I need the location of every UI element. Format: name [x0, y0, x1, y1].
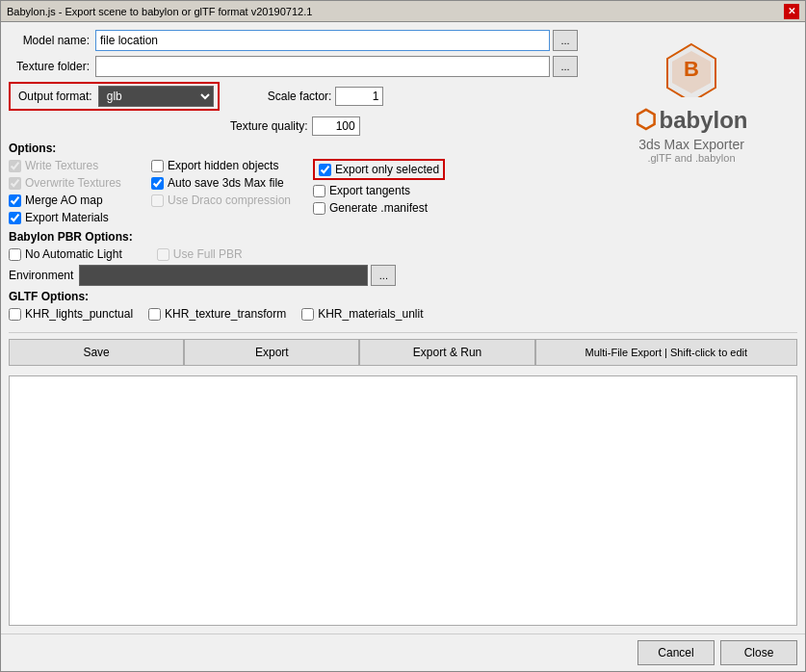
pbr-row: No Automatic Light Use Full PBR	[9, 247, 578, 261]
texture-input-wrap: ...	[95, 56, 578, 77]
output-format-label: Output format:	[14, 90, 98, 103]
export-tangents-item: Export tangents	[313, 184, 445, 197]
svg-text:B: B	[684, 57, 699, 81]
model-name-label: Model name:	[9, 34, 95, 47]
output-box	[9, 375, 797, 626]
options-col2: Export hidden objects Auto save 3ds Max …	[151, 159, 305, 224]
options-col1: Write Textures Overwrite Textures Merge …	[9, 159, 143, 224]
action-buttons: Save Export Export & Run Multi-File Expo…	[9, 332, 797, 366]
export-tangents-checkbox[interactable]	[313, 185, 325, 197]
close-button[interactable]: Close	[720, 640, 797, 665]
export-hidden-item: Export hidden objects	[151, 159, 305, 172]
no-auto-light-label: No Automatic Light	[25, 247, 122, 261]
left-panel: Model name: ... Texture folder: ...	[9, 30, 578, 326]
export-tangents-label: Export tangents	[329, 184, 410, 197]
save-button[interactable]: Save	[9, 339, 184, 366]
use-full-pbr-item: Use Full PBR	[157, 247, 243, 261]
khr-texture-label: KHR_texture_transform	[165, 307, 286, 321]
use-draco-label: Use Draco compression	[168, 194, 291, 207]
khr-materials-item: KHR_materials_unlit	[301, 307, 423, 321]
use-full-pbr-checkbox[interactable]	[157, 248, 169, 261]
khr-materials-label: KHR_materials_unlit	[318, 307, 423, 321]
khr-texture-checkbox[interactable]	[148, 308, 161, 321]
multi-file-button[interactable]: Multi-File Export | Shift-click to edit	[535, 339, 797, 366]
generate-manifest-label: Generate .manifest	[329, 201, 428, 215]
write-textures-item: Write Textures	[9, 159, 143, 172]
options-grid: Write Textures Overwrite Textures Merge …	[9, 159, 578, 224]
export-hidden-label: Export hidden objects	[168, 159, 278, 172]
texture-folder-input[interactable]	[95, 56, 550, 77]
generate-manifest-item: Generate .manifest	[313, 201, 445, 215]
cancel-button[interactable]: Cancel	[637, 640, 715, 665]
export-materials-label: Export Materials	[25, 211, 109, 224]
close-window-button[interactable]: ✕	[784, 4, 799, 19]
title-bar: Babylon.js - Export scene to babylon or …	[1, 1, 805, 22]
logo-container: B ⬡ babylon 3ds Max Exporter .glTF and .…	[635, 39, 747, 164]
auto-save-label: Auto save 3ds Max file	[168, 176, 284, 190]
overwrite-textures-checkbox[interactable]	[9, 177, 21, 190]
model-name-row: Model name: ...	[9, 30, 578, 51]
output-format-box: Output format: glb babylon gltf	[9, 82, 220, 111]
export-materials-checkbox[interactable]	[9, 212, 21, 224]
no-auto-light-checkbox[interactable]	[9, 248, 21, 261]
khr-materials-checkbox[interactable]	[301, 308, 314, 321]
output-format-select[interactable]: glb babylon gltf	[98, 86, 214, 107]
texture-folder-row: Texture folder: ...	[9, 56, 578, 77]
no-auto-light-item: No Automatic Light	[9, 247, 122, 261]
generate-manifest-checkbox[interactable]	[313, 202, 325, 215]
overwrite-textures-item: Overwrite Textures	[9, 176, 143, 190]
right-panel: B ⬡ babylon 3ds Max Exporter .glTF and .…	[585, 30, 797, 326]
environment-input[interactable]	[79, 265, 368, 286]
model-input-wrap: ...	[95, 30, 578, 51]
write-textures-label: Write Textures	[25, 159, 98, 172]
logo-icon-letter: ⬡	[635, 105, 657, 135]
babylon-pbr-label: Babylon PBR Options:	[9, 230, 578, 244]
khr-texture-item: KHR_texture_transform	[148, 307, 286, 321]
khr-lights-checkbox[interactable]	[9, 308, 21, 321]
texture-folder-label: Texture folder:	[9, 60, 95, 73]
logo-title: babylon	[659, 107, 747, 134]
auto-save-checkbox[interactable]	[151, 177, 164, 190]
export-only-checkbox[interactable]	[319, 164, 331, 176]
main-window: Babylon.js - Export scene to babylon or …	[0, 0, 806, 672]
use-draco-checkbox[interactable]	[151, 194, 164, 207]
export-only-box: Export only selected	[313, 159, 445, 180]
scale-factor-input[interactable]	[335, 87, 383, 106]
model-browse-button[interactable]: ...	[553, 30, 578, 51]
merge-ao-item: Merge AO map	[9, 194, 143, 207]
export-button[interactable]: Export	[184, 339, 359, 366]
gltf-row: KHR_lights_punctual KHR_texture_transfor…	[9, 307, 578, 321]
texture-quality-input[interactable]	[312, 116, 360, 136]
format-row: Output format: glb babylon gltf Scale fa…	[9, 82, 578, 111]
merge-ao-label: Merge AO map	[25, 194, 103, 207]
texture-browse-button[interactable]: ...	[553, 56, 578, 77]
scale-factor-item: Scale factor:	[268, 87, 384, 106]
logo-format: .glTF and .babylon	[647, 152, 735, 164]
use-full-pbr-label: Use Full PBR	[173, 247, 243, 261]
environment-label: Environment	[9, 269, 79, 282]
logo-title-row: ⬡ babylon	[635, 105, 747, 135]
bottom-bar: Cancel Close	[1, 633, 805, 671]
window-title: Babylon.js - Export scene to babylon or …	[7, 6, 312, 17]
export-only-label: Export only selected	[335, 163, 439, 176]
auto-save-item: Auto save 3ds Max file	[151, 176, 305, 190]
options-col3: Export only selected Export tangents Gen…	[313, 159, 445, 224]
write-textures-checkbox[interactable]	[9, 160, 21, 172]
overwrite-textures-label: Overwrite Textures	[25, 176, 121, 190]
environment-browse-button[interactable]: ...	[371, 265, 396, 286]
gltf-options-label: GLTF Options:	[9, 290, 578, 303]
model-name-input[interactable]	[95, 30, 550, 51]
texture-quality-row: Texture quality:	[9, 116, 578, 136]
export-materials-item: Export Materials	[9, 211, 143, 224]
content-area: Model name: ... Texture folder: ...	[1, 22, 805, 633]
logo-subtitle: 3ds Max Exporter	[638, 137, 744, 152]
khr-lights-label: KHR_lights_punctual	[25, 307, 133, 321]
export-run-button[interactable]: Export & Run	[359, 339, 534, 366]
khr-lights-item: KHR_lights_punctual	[9, 307, 133, 321]
use-draco-item: Use Draco compression	[151, 194, 305, 207]
babylon-logo-icon: B	[663, 39, 720, 97]
texture-quality-label: Texture quality:	[230, 119, 308, 133]
merge-ao-checkbox[interactable]	[9, 194, 21, 207]
export-hidden-checkbox[interactable]	[151, 160, 164, 172]
environment-row: Environment ...	[9, 265, 578, 286]
